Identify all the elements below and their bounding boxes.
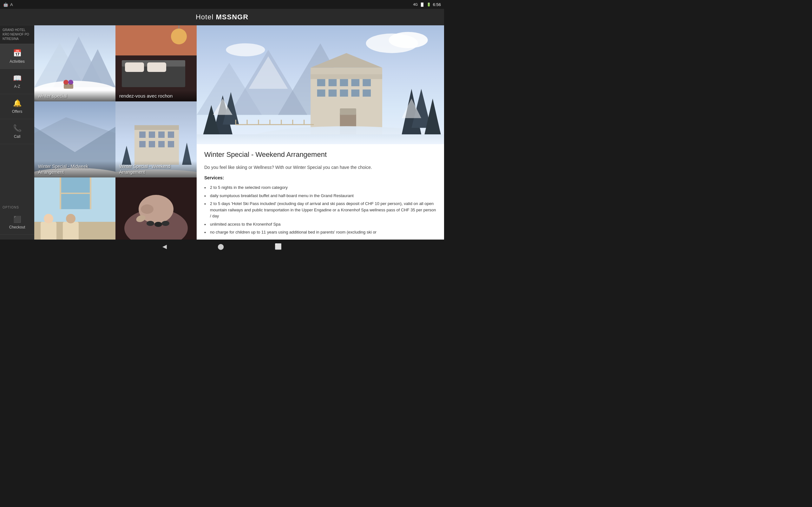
- svg-rect-69: [362, 79, 371, 87]
- bottom-nav: ◀ ⬤ ⬜: [0, 239, 444, 253]
- sidebar-item-call[interactable]: 📞 Call: [0, 119, 34, 144]
- svg-rect-78: [197, 134, 444, 144]
- svg-rect-29: [149, 141, 155, 147]
- weekend-arr-title: Winter Special - Weekend Arrangement: [119, 164, 171, 175]
- svg-rect-27: [168, 131, 174, 138]
- rendez-vous-title: rendez-vous avec rochon: [119, 93, 172, 99]
- detail-content: Winter Special - Weekend Arrangement Do …: [197, 144, 444, 253]
- recents-button[interactable]: ⬜: [275, 243, 282, 250]
- service-item: 2 to 5 nights in the selected room categ…: [204, 183, 437, 192]
- offer-grid: winter special: [34, 25, 197, 253]
- winter-special-overlay: winter special: [34, 90, 115, 102]
- activities-icon: 📅: [13, 49, 21, 57]
- app-icon: A: [10, 2, 13, 7]
- svg-point-49: [147, 221, 154, 226]
- detail-panel: Winter Special - Weekend Arrangement Do …: [197, 25, 444, 253]
- service-item: 2 to 5 days 'Hotel Ski Pass included' (e…: [204, 200, 437, 220]
- status-bar: 🤖 A 4G ▐▌ 🔋 6:56: [0, 0, 444, 9]
- home-button[interactable]: ⬤: [217, 243, 224, 250]
- android-icon: 🤖: [3, 2, 8, 7]
- detail-offer-title: Winter Special - Weekend Arrangement: [204, 151, 437, 159]
- status-bar-right: 4G ▐▌ 🔋 6:56: [413, 2, 441, 7]
- svg-rect-28: [139, 141, 146, 147]
- activities-label: Activities: [9, 59, 24, 64]
- grid-item-rendez-vous[interactable]: rendez-vous avec rochon: [115, 25, 197, 101]
- svg-point-56: [226, 43, 265, 56]
- svg-rect-14: [147, 62, 166, 72]
- sidebar-item-az[interactable]: 📖 A-Z: [0, 69, 34, 94]
- hotel-prefix: Hotel: [196, 13, 216, 21]
- svg-point-44: [66, 214, 75, 223]
- svg-rect-70: [317, 89, 325, 97]
- weekend-arr-overlay: Winter Special - Weekend Arrangement: [115, 161, 197, 177]
- svg-rect-26: [158, 131, 165, 138]
- svg-rect-40: [60, 193, 91, 194]
- svg-rect-25: [149, 131, 155, 138]
- sidebar-item-offers[interactable]: 🔔 Offers: [0, 94, 34, 119]
- status-bar-left: 🤖 A: [3, 2, 13, 7]
- svg-rect-31: [168, 141, 174, 147]
- service-item: no charge for children up to 11 years us…: [204, 228, 437, 236]
- call-label: Call: [14, 134, 20, 139]
- svg-rect-76: [340, 108, 356, 115]
- svg-point-51: [162, 221, 169, 226]
- time-display: 6:56: [433, 2, 441, 7]
- app-container: Hotel MSSNGR GRAND HOTEL KRO NENHOF PO N…: [0, 9, 444, 253]
- svg-rect-73: [351, 89, 360, 97]
- svg-rect-68: [351, 79, 360, 87]
- sidebar-item-checkout[interactable]: ⬛ Checkout: [0, 210, 34, 235]
- svg-rect-71: [328, 89, 337, 97]
- hotel-name: MSSNGR: [216, 13, 248, 21]
- main-content: winter special: [34, 25, 444, 253]
- detail-services-label: Services:: [204, 175, 437, 180]
- svg-rect-23: [135, 125, 179, 130]
- back-button[interactable]: ◀: [162, 243, 167, 250]
- svg-point-50: [154, 222, 162, 227]
- top-header: Hotel MSSNGR: [0, 9, 444, 25]
- offers-icon: 🔔: [13, 99, 21, 107]
- detail-image: [197, 25, 444, 144]
- service-item: daily sumptuous breakfast buffet and hal…: [204, 192, 437, 200]
- grid-item-weekend-arr[interactable]: Winter Special - Weekend Arrangement: [115, 101, 197, 177]
- svg-point-55: [389, 32, 428, 48]
- sidebar-item-activities[interactable]: 📅 Activities: [0, 44, 34, 69]
- svg-rect-72: [340, 89, 348, 97]
- svg-rect-7: [64, 84, 73, 89]
- svg-rect-67: [340, 79, 348, 87]
- svg-rect-24: [139, 131, 146, 138]
- midweek-title: Winter Special - Midweek Arrangement: [38, 164, 88, 175]
- grid-item-winter-special[interactable]: winter special: [34, 25, 115, 101]
- hotel-name-display: GRAND HOTEL KRO NENHOF PO NTRESINA: [0, 25, 34, 44]
- az-label: A-Z: [14, 84, 20, 89]
- az-icon: 📖: [13, 74, 21, 82]
- rendez-vous-overlay: rendez-vous avec rochon: [115, 90, 197, 102]
- sidebar: GRAND HOTEL KRO NENHOF PO NTRESINA 📅 Act…: [0, 25, 34, 253]
- service-item: unlimited access to the Kronenhof Spa: [204, 220, 437, 228]
- checkout-icon: ⬛: [13, 216, 21, 223]
- options-label: OPTIONS: [0, 203, 34, 210]
- winter-special-title: winter special: [38, 93, 67, 99]
- offers-label: Offers: [12, 109, 22, 114]
- svg-rect-65: [317, 79, 325, 87]
- hotel-title: Hotel MSSNGR: [196, 13, 248, 21]
- svg-point-15: [171, 29, 187, 44]
- svg-point-43: [44, 214, 53, 223]
- svg-rect-13: [125, 62, 144, 72]
- content-area: GRAND HOTEL KRO NENHOF PO NTRESINA 📅 Act…: [0, 25, 444, 253]
- svg-rect-63: [310, 68, 382, 74]
- detail-description: Do you feel like skiing or Wellness? Wit…: [204, 164, 437, 171]
- signal-icon: ▐▌: [420, 3, 425, 6]
- svg-rect-74: [362, 89, 371, 97]
- battery-icon: 🔋: [426, 3, 431, 7]
- svg-rect-66: [328, 79, 337, 87]
- midweek-overlay: Winter Special - Midweek Arrangement: [34, 161, 115, 177]
- svg-point-48: [141, 205, 154, 214]
- call-icon: 📞: [13, 124, 21, 132]
- checkout-label: Checkout: [9, 225, 26, 229]
- svg-rect-30: [158, 141, 165, 147]
- network-indicator: 4G: [413, 3, 418, 6]
- detail-services-list: 2 to 5 nights in the selected room categ…: [204, 183, 437, 236]
- grid-item-midweek[interactable]: Winter Special - Midweek Arrangement: [34, 101, 115, 177]
